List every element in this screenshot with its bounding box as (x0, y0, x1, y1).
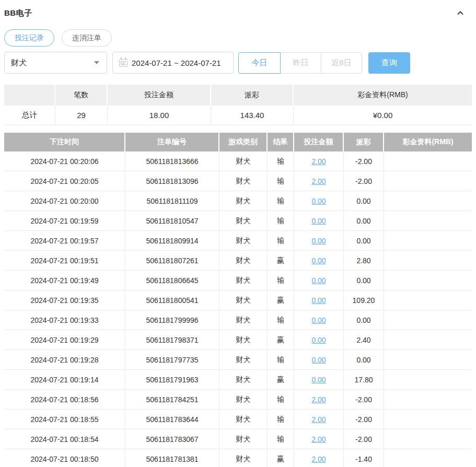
table-row: 2024-07-21 00:19:515061181807261财犬赢0.002… (4, 251, 472, 271)
bet-amount-link[interactable]: 2.00 (311, 435, 326, 443)
cell-bonus (384, 211, 472, 230)
table-row: 2024-07-21 00:19:285061181797735财犬输0.000… (4, 350, 472, 370)
cell-game-type: 财犬 (219, 390, 268, 409)
bet-amount-link[interactable]: 2.00 (311, 395, 326, 404)
titlebar: BB电子 (4, 6, 472, 20)
bet-amount-link[interactable]: 0.00 (311, 256, 326, 265)
cell-result: 赢 (268, 290, 294, 310)
cell-bonus (384, 370, 472, 389)
cell-bet-amount: 2.00 (294, 449, 344, 467)
cell-game-type: 财犬 (219, 429, 268, 449)
cell-order-id: 5061181799996 (125, 310, 219, 330)
cell-result: 输 (268, 310, 294, 330)
bet-amount-link[interactable]: 0.00 (311, 217, 326, 225)
cell-result: 赢 (268, 449, 294, 467)
bet-amount-link[interactable]: 0.00 (311, 356, 326, 364)
quick-range-last8days[interactable]: 近8日 (321, 52, 362, 74)
page-title: BB电子 (4, 8, 32, 18)
cell-bonus (384, 151, 472, 171)
cell-game-type: 财犬 (219, 271, 268, 290)
quick-range-group: 今日 昨日 近8日 (238, 52, 362, 74)
table-row: 2024-07-21 00:19:575061181809914财犬输0.000… (4, 231, 472, 251)
bet-amount-link[interactable]: 0.00 (311, 276, 326, 285)
cell-bet-time: 2024-07-21 00:19:29 (4, 330, 125, 349)
cell-payout: 0.00 (344, 231, 384, 250)
cell-bet-time: 2024-07-21 00:19:49 (4, 271, 125, 290)
cell-game-type: 财犬 (219, 449, 268, 467)
table-row: 2024-07-21 00:19:495061181806645财犬输0.000… (4, 271, 472, 290)
cell-payout: 0.00 (344, 191, 384, 211)
cell-bet-amount: 2.00 (294, 410, 344, 429)
bet-amount-link[interactable]: 0.00 (311, 316, 326, 324)
bet-amount-link[interactable]: 2.00 (311, 177, 326, 185)
cell-result: 输 (268, 211, 294, 230)
cell-result: 输 (268, 410, 294, 429)
cell-bonus (384, 330, 472, 349)
quick-range-today[interactable]: 今日 (238, 52, 281, 74)
cell-order-id: 5061181809914 (125, 231, 219, 250)
cell-result: 输 (268, 390, 294, 409)
cell-order-id: 5061181813666 (125, 151, 219, 171)
cell-game-type: 财犬 (219, 251, 268, 270)
bet-amount-link[interactable]: 0.00 (311, 197, 326, 205)
cell-bet-time: 2024-07-21 00:19:59 (4, 211, 125, 230)
cell-payout: -2.00 (344, 171, 384, 191)
cell-bet-time: 2024-07-21 00:20:05 (4, 171, 125, 191)
cell-result: 输 (268, 151, 294, 171)
cell-order-id: 5061181783644 (125, 410, 219, 429)
table-row: 2024-07-21 00:18:505061181781381财犬赢2.00-… (4, 449, 472, 467)
cell-bet-amount: 0.00 (294, 370, 344, 389)
tab-cancelled-orders[interactable]: 连消注单 (62, 29, 112, 46)
cell-order-id: 5061181810547 (125, 211, 219, 230)
table-row: 2024-07-21 00:18:565061181784251财犬输2.00-… (4, 390, 472, 410)
cell-bet-amount: 0.00 (294, 211, 344, 230)
cell-bet-time: 2024-07-21 00:19:35 (4, 290, 125, 310)
bet-amount-link[interactable]: 2.00 (311, 455, 326, 463)
cell-payout: -2.00 (344, 390, 384, 409)
cell-bet-amount: 2.00 (294, 390, 344, 409)
game-select[interactable]: 财犬 (4, 52, 107, 74)
records-col-header: 注单编号 (125, 133, 219, 151)
cell-game-type: 财犬 (219, 211, 268, 230)
cell-payout: -2.00 (344, 410, 384, 429)
cell-bet-amount: 0.00 (294, 271, 344, 290)
cell-order-id: 5061181811109 (125, 191, 219, 211)
cell-payout: -2.00 (344, 151, 384, 171)
records-col-header: 游戏类别 (219, 133, 268, 151)
bet-amount-link[interactable]: 0.00 (311, 296, 326, 305)
cell-bet-time: 2024-07-21 00:20:06 (4, 151, 125, 171)
cell-bet-time: 2024-07-21 00:19:33 (4, 310, 125, 330)
cell-payout: 0.00 (344, 271, 384, 290)
cell-bonus (384, 191, 472, 211)
cell-result: 赢 (268, 370, 294, 389)
quick-range-label: 今日 (252, 58, 268, 68)
cell-bet-time: 2024-07-21 00:18:50 (4, 449, 125, 467)
quick-range-yesterday[interactable]: 昨日 (280, 52, 321, 74)
cell-bonus (384, 410, 472, 429)
cell-bonus (384, 251, 472, 270)
cell-payout: -2.00 (344, 429, 384, 449)
summary-bet-amount: 18.00 (108, 106, 211, 125)
panel-bb-dianzi: BB电子 投注记录 连消注单 财犬 2024-07-21 ~ 2024-07-2… (0, 0, 476, 467)
cell-bet-time: 2024-07-21 00:18:54 (4, 429, 125, 449)
cell-game-type: 财犬 (219, 330, 268, 349)
cell-bet-amount: 2.00 (294, 151, 344, 171)
summary-payout: 143.40 (211, 106, 294, 125)
table-row: 2024-07-21 00:19:145061181791963财犬赢0.001… (4, 370, 472, 390)
chevron-up-icon[interactable] (455, 8, 466, 18)
records-col-header: 投注金额 (294, 133, 344, 151)
bet-amount-link[interactable]: 2.00 (311, 415, 326, 424)
tab-bet-records[interactable]: 投注记录 (4, 29, 54, 46)
bet-amount-link[interactable]: 0.00 (311, 336, 326, 344)
records-col-header: 下注时间 (4, 133, 125, 151)
bet-amount-link[interactable]: 0.00 (311, 376, 326, 384)
cell-game-type: 财犬 (219, 191, 268, 211)
query-button[interactable]: 查询 (368, 52, 410, 74)
cell-order-id: 5061181784251 (125, 390, 219, 409)
cell-bet-time: 2024-07-21 00:19:57 (4, 231, 125, 250)
table-row: 2024-07-21 00:18:545061181783067财犬输2.00-… (4, 429, 472, 449)
bet-amount-link[interactable]: 0.00 (311, 237, 326, 245)
date-range-input[interactable]: 2024-07-21 ~ 2024-07-21 (112, 52, 234, 74)
table-row: 2024-07-21 00:19:595061181810547财犬输0.000… (4, 211, 472, 231)
bet-amount-link[interactable]: 2.00 (311, 157, 326, 166)
